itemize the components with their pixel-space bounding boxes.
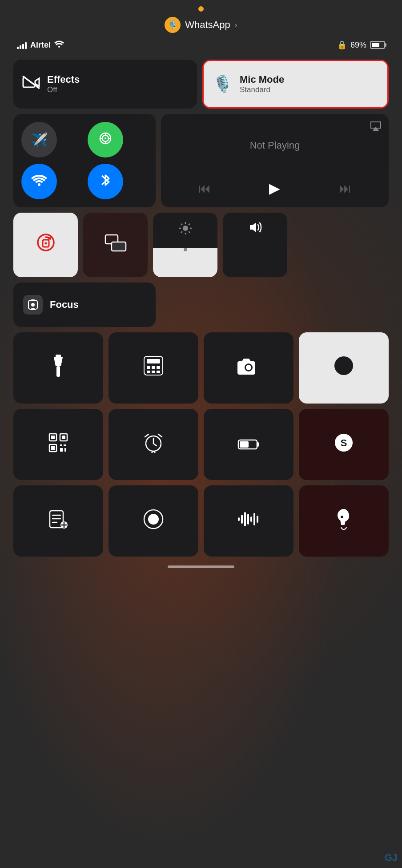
cellular-data-button[interactable] — [88, 122, 123, 157]
svg-rect-36 — [147, 371, 150, 373]
mic-mode-icon: 🎙️ — [213, 75, 233, 93]
battery-icon — [370, 41, 385, 49]
tile-mic-mode[interactable]: 🎙️ Mic Mode Standard — [202, 60, 389, 109]
bluetooth-icon — [100, 173, 110, 191]
hearing-icon — [336, 508, 352, 534]
tile-effects[interactable]: Effects Off — [13, 60, 197, 109]
svg-rect-32 — [147, 359, 160, 363]
whatsapp-indicator: 🎙️ WhatsApp › — [13, 0, 389, 40]
svg-line-1 — [23, 77, 39, 88]
svg-point-26 — [31, 303, 35, 307]
svg-rect-28 — [31, 308, 35, 310]
tile-qr-scanner[interactable] — [13, 409, 103, 480]
svg-point-40 — [246, 365, 251, 370]
svg-rect-35 — [157, 366, 160, 369]
tile-rotation-lock[interactable] — [13, 213, 78, 277]
focus-label: Focus — [50, 299, 79, 311]
svg-rect-38 — [157, 371, 160, 373]
tile-screen-mirror[interactable] — [83, 213, 148, 277]
svg-rect-79 — [257, 516, 258, 523]
waveform-icon — [237, 510, 260, 532]
tile-screen-record[interactable] — [109, 485, 198, 557]
row-connectivity-media: ✈️ — [13, 114, 389, 207]
svg-point-0 — [58, 46, 60, 48]
svg-line-24 — [189, 224, 190, 225]
focus-icon — [23, 295, 43, 315]
tile-hearing[interactable] — [299, 485, 389, 557]
tile-camera[interactable] — [204, 332, 293, 404]
svg-rect-74 — [241, 515, 243, 524]
svg-line-21 — [181, 224, 182, 225]
svg-line-55 — [145, 434, 149, 437]
svg-point-41 — [334, 356, 353, 375]
row-three — [13, 213, 389, 277]
row-qr-alarm: S — [13, 409, 389, 480]
effects-video-slash-icon — [22, 76, 40, 93]
home-indicator — [168, 565, 234, 568]
calculator-icon — [143, 355, 164, 380]
airplane-mode-button[interactable]: ✈️ — [21, 122, 57, 157]
rewind-button[interactable]: ⏮ — [198, 181, 211, 196]
svg-rect-61 — [240, 441, 249, 448]
svg-rect-47 — [51, 446, 55, 450]
tile-shazam[interactable]: S — [299, 409, 389, 480]
tile-brightness[interactable] — [153, 213, 217, 277]
svg-text:S: S — [341, 437, 347, 448]
tile-notes-add[interactable] — [13, 485, 103, 557]
tile-battery-status[interactable] — [204, 409, 293, 480]
svg-point-16 — [183, 226, 188, 231]
alarm-clock-icon — [143, 432, 164, 457]
tile-dark-mode[interactable] — [299, 332, 389, 404]
tile-sound-recognition[interactable] — [204, 485, 293, 557]
svg-line-54 — [153, 444, 157, 446]
battery-fill — [372, 43, 379, 47]
lock-icon: 🔒 — [337, 40, 347, 50]
brightness-icon — [179, 222, 192, 238]
not-playing-label: Not Playing — [169, 140, 381, 151]
tile-calculator[interactable] — [109, 332, 198, 404]
record-icon — [143, 509, 164, 533]
brightness-track — [153, 248, 217, 277]
rotation-lock-icon — [34, 231, 57, 259]
qr-icon — [48, 433, 68, 456]
signal-bar-2 — [20, 45, 21, 49]
row-last — [13, 485, 389, 557]
watermark: GJ — [385, 852, 398, 864]
tile-media[interactable]: Not Playing ⏮ ▶ ⏭ — [161, 114, 389, 207]
tile-focus[interactable]: Focus — [13, 283, 156, 327]
cellular-icon — [98, 131, 113, 149]
tile-volume[interactable] — [223, 213, 287, 277]
effects-subtitle: Off — [47, 85, 80, 94]
controls-grid: Effects Off 🎙️ Mic Mode Standard ✈️ — [13, 60, 389, 557]
svg-rect-73 — [238, 517, 240, 521]
screen-mirror-icon — [105, 234, 127, 256]
svg-line-23 — [181, 231, 182, 233]
airplane-icon: ✈️ — [31, 132, 48, 148]
effects-title: Effects — [47, 74, 80, 85]
svg-rect-51 — [64, 448, 66, 452]
battery-widget-icon — [237, 435, 260, 455]
dark-mode-icon — [334, 355, 354, 380]
svg-rect-60 — [257, 442, 259, 447]
svg-point-80 — [341, 516, 343, 518]
svg-rect-30 — [56, 366, 60, 377]
wifi-button[interactable] — [21, 164, 57, 199]
svg-rect-27 — [31, 299, 35, 301]
tile-flashlight[interactable] — [13, 332, 103, 404]
bluetooth-button[interactable] — [88, 164, 123, 199]
svg-rect-33 — [147, 366, 150, 369]
svg-rect-29 — [56, 355, 61, 357]
play-button[interactable]: ▶ — [269, 180, 280, 197]
signal-bar-1 — [17, 47, 19, 49]
tile-clock[interactable] — [109, 409, 198, 480]
signal-bar-3 — [22, 44, 24, 49]
shazam-icon: S — [334, 433, 354, 456]
brightness-knob — [184, 248, 187, 251]
camera-icon — [237, 357, 260, 379]
airplay-icon[interactable] — [370, 121, 382, 133]
svg-rect-45 — [62, 436, 65, 439]
svg-point-72 — [148, 514, 159, 525]
fast-forward-button[interactable]: ⏭ — [339, 181, 351, 196]
tile-connectivity: ✈️ — [13, 114, 156, 207]
svg-rect-49 — [64, 444, 66, 446]
